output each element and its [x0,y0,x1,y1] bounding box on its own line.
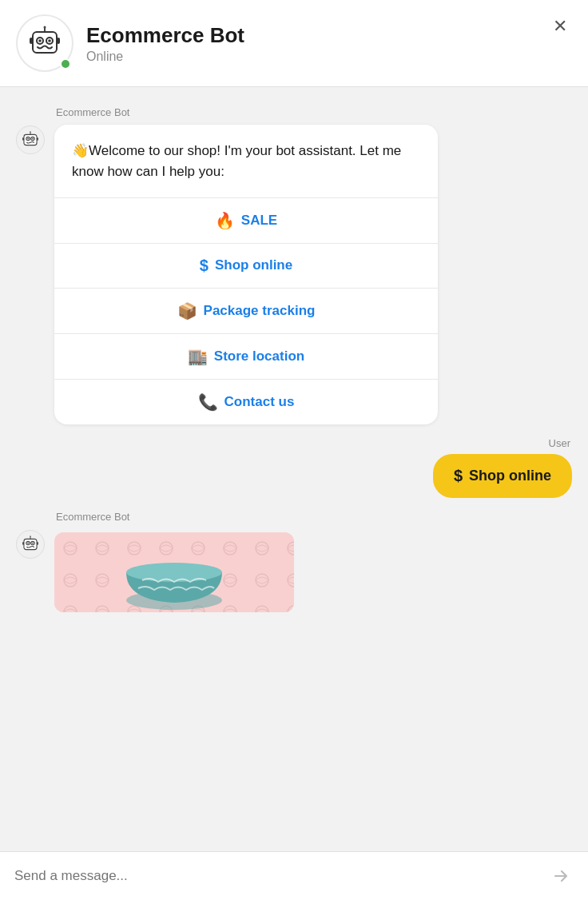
bot-message-col: Ecommerce Bot 👋Welcome to our shop! I'm … [54,106,438,424]
svg-rect-11 [24,134,37,145]
svg-point-23 [27,542,29,544]
svg-rect-16 [22,137,24,141]
product-image-preview [54,532,294,612]
phone-icon: 📞 [198,392,218,412]
package-icon: 📦 [177,301,197,321]
menu-item-package-tracking[interactable]: 📦 Package tracking [54,288,438,333]
user-dollar-icon: $ [454,467,463,485]
bot-sender-label-2: Ecommerce Bot [54,511,294,523]
menu-sale-label: SALE [241,213,277,229]
chat-body: Ecommerce Bot 👋Welcome to our shop! I'm … [0,87,588,900]
bot-sender-label: Ecommerce Bot [54,106,438,118]
svg-rect-26 [37,542,38,545]
bot-name: Ecommerce Bot [86,23,569,48]
dollar-icon: $ [200,257,209,275]
chat-input-bar [0,851,588,900]
svg-point-32 [126,563,222,582]
menu-store-label: Store location [214,348,304,364]
svg-point-6 [48,39,51,42]
avatar-container [16,14,74,72]
bot-status: Online [86,50,569,64]
close-button[interactable]: ✕ [546,11,574,42]
product-image-svg [54,532,294,612]
svg-point-15 [32,138,34,140]
user-message-row: User $ Shop online [16,437,572,498]
bot-avatar-small [16,125,45,154]
bot-avatar-icon [26,25,63,62]
svg-rect-7 [30,38,33,44]
bot-small-icon [22,131,39,149]
menu-item-shop-online[interactable]: $ Shop online [54,243,438,288]
menu-contact-label: Contact us [224,394,295,410]
user-message-text: Shop online [469,468,551,484]
chat-widget: Ecommerce Bot Online ✕ [0,0,588,900]
menu-item-contact-us[interactable]: 📞 Contact us [54,379,438,424]
svg-point-19 [30,536,30,536]
svg-point-14 [27,138,29,140]
welcome-message: 👋Welcome to our shop! I'm your bot assis… [54,125,438,197]
svg-point-10 [30,131,30,132]
store-icon: 🏬 [188,347,208,366]
fire-icon: 🔥 [215,211,235,230]
bot-small-icon-2 [22,536,39,553]
svg-point-24 [32,542,34,544]
bot-message-row: Ecommerce Bot 👋Welcome to our shop! I'm … [16,106,572,424]
bot-card: 👋Welcome to our shop! I'm your bot assis… [54,125,438,424]
message-input[interactable] [14,868,538,884]
menu-shop-online-label: Shop online [215,257,292,273]
chat-header: Ecommerce Bot Online ✕ [0,0,588,87]
svg-rect-20 [24,539,37,549]
send-icon [551,866,570,886]
svg-point-1 [44,26,46,29]
bot-image-row: Ecommerce Bot [16,511,572,612]
menu-item-store-location[interactable]: 🏬 Store location [54,333,438,379]
bot-avatar-small-2 [16,530,45,559]
user-bubble[interactable]: $ Shop online [433,454,572,498]
online-indicator [60,58,71,70]
header-info: Ecommerce Bot Online [86,23,569,64]
svg-rect-17 [37,137,38,141]
svg-rect-25 [22,542,24,545]
menu-item-sale[interactable]: 🔥 SALE [54,197,438,243]
svg-point-5 [38,39,42,42]
bot-image-col: Ecommerce Bot [54,511,294,612]
user-sender-label: User [549,437,572,449]
send-button[interactable] [548,863,574,889]
svg-rect-8 [57,38,60,44]
menu-package-label: Package tracking [204,303,316,319]
